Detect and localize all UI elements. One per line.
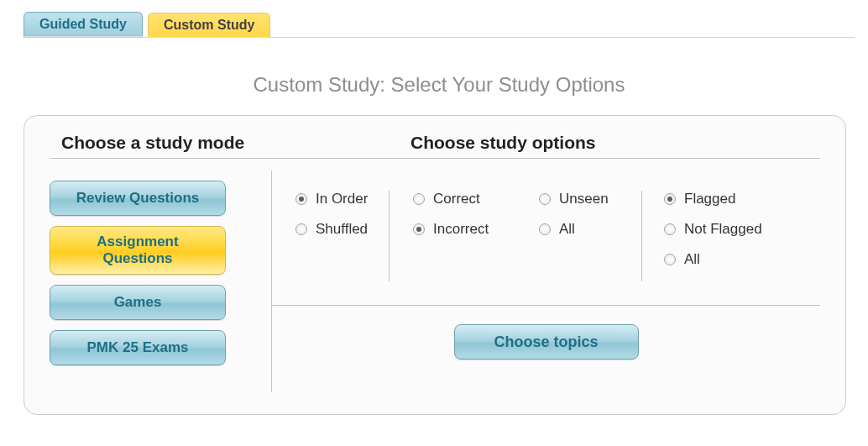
radio-incorrect-label: Incorrect xyxy=(433,221,489,238)
radio-in-order[interactable]: In Order xyxy=(295,191,374,207)
radio-dot-icon xyxy=(664,254,676,265)
tab-custom-study[interactable]: Custom Study xyxy=(148,13,270,38)
radio-dot-icon xyxy=(413,223,425,235)
study-mode-column: Review Questions Assignment Questions Ga… xyxy=(50,171,272,392)
mode-assignment-label-line1: Assignment xyxy=(50,233,225,250)
flag-group: Flagged Not Flagged All xyxy=(641,191,784,281)
mode-assignment-questions-button[interactable]: Assignment Questions xyxy=(50,226,226,275)
radio-correct-label: Correct xyxy=(433,191,480,207)
mode-pmk-exams-button[interactable]: PMK 25 Exams xyxy=(50,330,226,365)
panel-headers: Choose a study mode Choose study options xyxy=(50,133,820,159)
result-group: Correct Incorrect xyxy=(390,191,515,281)
choose-topics-button[interactable]: Choose topics xyxy=(454,324,639,359)
radio-in-order-label: In Order xyxy=(316,191,368,207)
radio-not-flagged[interactable]: Not Flagged xyxy=(664,221,769,238)
header-study-mode: Choose a study mode xyxy=(50,133,410,153)
radio-shuffled-label: Shuffled xyxy=(316,221,368,238)
mode-games-button[interactable]: Games xyxy=(50,285,226,320)
radio-dot-icon xyxy=(664,223,676,235)
radio-flag-all[interactable]: All xyxy=(664,251,769,268)
radio-dot-icon xyxy=(295,223,307,235)
radio-dot-icon xyxy=(295,193,307,205)
order-group: In Order Shuffled xyxy=(272,191,390,281)
radio-dot-icon xyxy=(539,193,551,205)
radio-unseen[interactable]: Unseen xyxy=(539,191,626,207)
header-study-options: Choose study options xyxy=(410,133,596,153)
cta-row: Choose topics xyxy=(272,305,820,359)
seen-group: Unseen All xyxy=(515,191,641,281)
radio-seen-all[interactable]: All xyxy=(539,221,626,238)
radio-seen-all-label: All xyxy=(559,221,575,238)
page-title: Custom Study: Select Your Study Options xyxy=(24,73,855,97)
radio-unseen-label: Unseen xyxy=(559,191,609,207)
tab-guided-study[interactable]: Guided Study xyxy=(24,12,143,37)
radio-correct[interactable]: Correct xyxy=(413,191,500,207)
mode-review-questions-button[interactable]: Review Questions xyxy=(50,181,226,216)
radio-dot-icon xyxy=(664,193,676,205)
tab-strip: Guided Study Custom Study xyxy=(24,0,855,38)
radio-flag-all-label: All xyxy=(684,251,700,268)
study-options-column: In Order Shuffled Correct Incorrect xyxy=(272,171,820,392)
radio-dot-icon xyxy=(539,223,551,235)
radio-incorrect[interactable]: Incorrect xyxy=(413,221,500,238)
options-panel: Choose a study mode Choose study options… xyxy=(24,115,846,415)
mode-assignment-label-line2: Questions xyxy=(50,250,225,267)
radio-flagged-label: Flagged xyxy=(684,191,735,207)
radio-dot-icon xyxy=(413,193,425,205)
radio-shuffled[interactable]: Shuffled xyxy=(295,221,374,238)
radio-flagged[interactable]: Flagged xyxy=(664,191,769,207)
options-row: In Order Shuffled Correct Incorrect xyxy=(272,171,820,305)
radio-not-flagged-label: Not Flagged xyxy=(684,221,762,238)
